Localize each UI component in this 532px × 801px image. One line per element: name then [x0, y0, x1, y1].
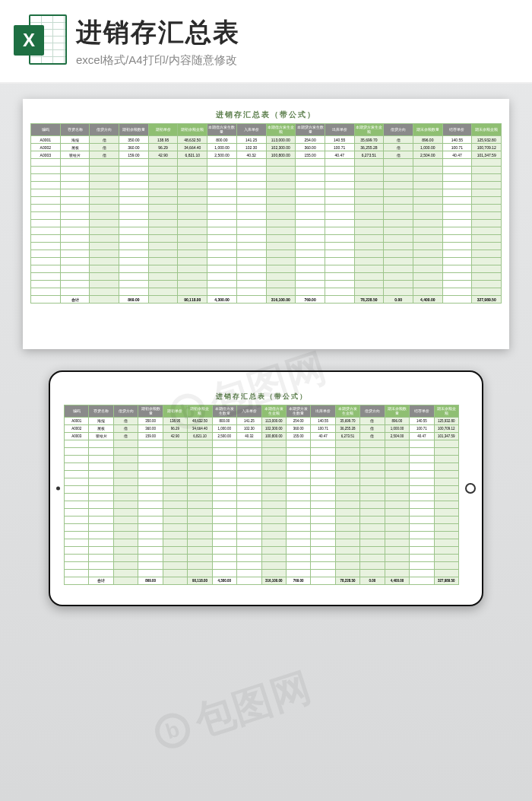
totals-label: 合计 — [60, 296, 90, 304]
column-header: 期初单价 — [163, 405, 187, 418]
table-cell: 40.32 — [237, 433, 261, 440]
table-cell: 100,800.00 — [261, 433, 286, 440]
table-cell: 102.30 — [237, 425, 261, 433]
table-cell: 159.00 — [138, 433, 163, 440]
table-cell: 254.00 — [296, 136, 325, 144]
table-cell: 896.00 — [413, 136, 442, 144]
table-cell: 42.90 — [148, 151, 178, 159]
page-title: 进销存汇总表 — [76, 15, 518, 50]
column-header: 本期贷方发生金额 — [335, 405, 359, 418]
table-cell: 140.55 — [410, 418, 434, 425]
table-row — [31, 174, 502, 182]
excel-icon: X — [14, 14, 67, 68]
totals-cell — [90, 296, 119, 304]
table-row: A0003喷绘片借159.0042.906,821.102,500.0040.3… — [31, 151, 502, 159]
table-cell: 40.47 — [410, 433, 434, 440]
header-text: 进销存汇总表 excel格式/A4打印/内容随意修改 — [76, 15, 518, 68]
table-row — [65, 440, 459, 448]
table-cell: 34,664.40 — [188, 425, 212, 433]
column-header: 期初余额金额 — [188, 405, 212, 418]
table-cell: 借 — [113, 425, 138, 433]
table-row: A0001海报借350.00138.9548,632.50800.00141.2… — [65, 418, 459, 425]
tablet-mockup: 进销存汇总表（带公式）编码存货名称借贷方向期初余额数量期初单价期初余额金额本期借… — [49, 370, 483, 606]
inventory-table: 编码存货名称借贷方向期初余额数量期初单价期初余额金额本期借方发生数量入库单价本期… — [30, 123, 502, 304]
column-header: 本期贷方发生数量 — [296, 124, 325, 136]
page-subtitle: excel格式/A4打印/内容随意修改 — [76, 53, 518, 68]
table-cell: 113,000.00 — [266, 136, 296, 144]
table-cell: 喷绘片 — [89, 433, 113, 440]
column-header: 结存单价 — [410, 405, 434, 418]
totals-cell: 0.00 — [360, 577, 385, 585]
column-header: 本期借方发生数量 — [212, 405, 236, 418]
table-cell: 借 — [90, 136, 119, 144]
table-row — [31, 189, 502, 197]
table-cell: 141.25 — [236, 136, 266, 144]
table-cell: 喷绘片 — [60, 151, 90, 159]
table-cell: 借 — [113, 418, 138, 425]
table-cell: 125,932.80 — [472, 136, 502, 144]
column-header: 本期借方发生金额 — [261, 405, 286, 418]
table-cell: 展板 — [60, 144, 90, 151]
table-row — [31, 281, 502, 288]
table-cell: 113,000.00 — [261, 418, 286, 425]
table-row — [31, 273, 502, 281]
table-cell: 借 — [360, 425, 385, 433]
totals-cell: 869.00 — [119, 296, 149, 304]
totals-cell: 0.00 — [384, 296, 413, 304]
column-header: 期初单价 — [148, 124, 178, 136]
totals-cell: 4,300.00 — [212, 577, 236, 585]
table-cell: 96.29 — [148, 144, 178, 151]
column-header: 期末余额金额 — [434, 405, 458, 418]
table-cell: 254.00 — [286, 418, 310, 425]
column-header: 期末余额金额 — [472, 124, 502, 136]
table-cell: 40.47 — [325, 151, 354, 159]
table-cell: 350.00 — [138, 418, 163, 425]
column-header: 本期借方发生金额 — [266, 124, 296, 136]
table-row — [31, 258, 502, 265]
table-cell: 1,000.00 — [385, 425, 409, 433]
table-cell: 6,273.51 — [335, 433, 359, 440]
table-cell: 155.00 — [286, 433, 310, 440]
column-header: 出库单价 — [325, 124, 354, 136]
table-row — [31, 288, 502, 296]
column-header: 本期借方发生数量 — [207, 124, 237, 136]
table-cell: 2,500.00 — [207, 151, 237, 159]
totals-cell: 316,100.00 — [261, 577, 286, 585]
inventory-table: 编码存货名称借贷方向期初余额数量期初单价期初余额金额本期借方发生数量入库单价本期… — [64, 405, 459, 585]
table-cell: 48,632.50 — [178, 136, 207, 144]
table-cell: A0002 — [31, 144, 61, 151]
table-cell: 2,500.00 — [212, 433, 236, 440]
table-row — [31, 182, 502, 189]
table-row — [31, 250, 502, 258]
tablet-screen: 进销存汇总表（带公式）编码存货名称借贷方向期初余额数量期初单价期初余额金额本期借… — [61, 389, 462, 588]
totals-cell — [442, 296, 472, 304]
table-cell: 140.55 — [325, 136, 354, 144]
table-row — [65, 494, 459, 501]
table-cell: 借 — [360, 418, 385, 425]
table-cell: 40.47 — [442, 151, 472, 159]
table-cell: 140.55 — [442, 136, 472, 144]
table-row: A0002展板借360.0096.2934,664.401,000.00102.… — [65, 425, 459, 433]
totals-cell: 90,118.00 — [178, 296, 207, 304]
column-header: 本期贷方发生数量 — [286, 405, 310, 418]
column-header: 存货名称 — [60, 124, 90, 136]
table-cell: 360.00 — [138, 425, 163, 433]
table-row — [65, 456, 459, 463]
page-sheet: 进销存汇总表（带公式）编码存货名称借贷方向期初余额数量期初单价期初余额金额本期借… — [23, 99, 509, 349]
table-cell: 2,504.00 — [385, 433, 409, 440]
table-cell: A0003 — [65, 433, 89, 440]
table-row — [65, 478, 459, 486]
table-row — [65, 524, 459, 532]
totals-cell — [236, 296, 266, 304]
header-bar: X 进销存汇总表 excel格式/A4打印/内容随意修改 — [0, 0, 532, 84]
table-cell: 借 — [384, 151, 413, 159]
totals-cell — [311, 577, 335, 585]
excel-icon-letter: X — [14, 25, 44, 56]
watermark: b包图网 — [147, 661, 317, 761]
table-cell: 35,699.70 — [335, 418, 359, 425]
table-cell: 借 — [90, 151, 119, 159]
totals-cell: 327,989.50 — [434, 577, 458, 585]
table-row — [65, 501, 459, 509]
table-cell: 100,800.00 — [266, 151, 296, 159]
table-row — [65, 471, 459, 478]
